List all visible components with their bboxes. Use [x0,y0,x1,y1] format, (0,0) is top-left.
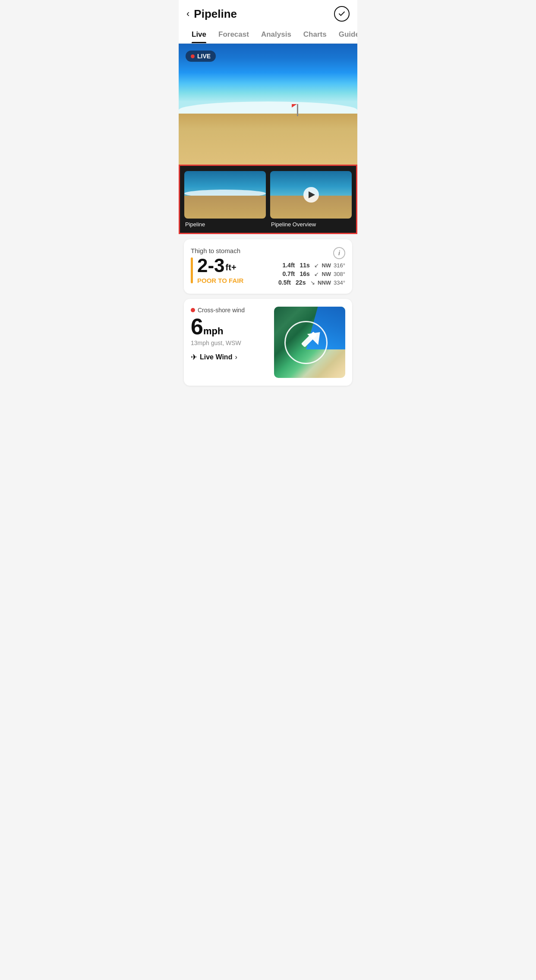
thumbnail-strip: Pipeline Pipeline Overview [179,165,357,234]
conditions-size-row: 2-3 ft+ POOR TO FAIR [191,256,243,284]
conditions-card: Thigh to stomach 2-3 ft+ POOR TO FAIR i … [184,239,352,294]
map-background [274,307,345,378]
swell-deg-2: 308° [334,271,345,277]
conditions-rating: POOR TO FAIR [197,277,243,284]
thumbnail-list: Pipeline Pipeline Overview [184,171,352,228]
wave-size: 2-3 [197,256,225,275]
swell-deg-1: 316° [334,262,345,269]
tab-live[interactable]: Live [186,26,212,43]
tab-forecast[interactable]: Forecast [212,26,255,43]
page-title: Pipeline [194,7,334,21]
thumb-sand [184,196,266,219]
swell-dir-3: NNW [318,279,331,286]
swell-row-1: 1.4ft 11s ↙ NW 316° [282,262,345,269]
swell-dir-2: NW [322,271,331,277]
swell-arrow-1: ↙ [314,262,319,269]
back-button[interactable]: ‹ [186,8,189,19]
header: ‹ Pipeline [179,0,357,26]
wind-status-dot [191,308,195,312]
thumb-label-overview: Pipeline Overview [270,221,352,228]
thumb-img-overview [270,171,352,219]
thumbnail-pipeline[interactable]: Pipeline [184,171,266,228]
check-button[interactable] [334,6,350,22]
wave-size-unit: ft+ [226,263,236,273]
rating-bar [191,257,193,283]
swell-period-3: 22s [296,279,308,286]
wind-map[interactable] [274,307,345,378]
wind-speed-row: 6 mph [191,315,269,338]
tab-guide[interactable]: Guide [333,26,357,43]
conditions-top: Thigh to stomach 2-3 ft+ POOR TO FAIR i … [191,247,345,286]
swell-height-3: 0.5ft [278,279,293,286]
live-badge: LIVE [186,51,216,62]
swell-period-1: 11s [300,262,312,269]
swell-dir-1: NW [322,262,331,269]
swell-period-2: 16s [300,270,312,277]
wind-status-row: Cross-shore wind [191,307,269,314]
play-button-icon[interactable] [303,187,319,203]
check-icon [338,10,346,18]
live-video-area[interactable]: LIVE [179,44,357,165]
tab-charts[interactable]: Charts [297,26,333,43]
live-wind-text: Live Wind [200,353,232,361]
thumb-label-pipeline: Pipeline [184,221,266,228]
wind-speed-value: 6 [191,315,203,338]
wind-gust-label: 13mph gust, WSW [191,339,269,346]
wind-icon: ✈ [191,352,197,362]
live-wind-link[interactable]: ✈ Live Wind › [191,352,269,362]
wind-status-label: Cross-shore wind [198,307,245,314]
conditions-left: Thigh to stomach 2-3 ft+ POOR TO FAIR [191,247,243,284]
thumb-img-pipeline [184,171,266,219]
beach-scene [179,44,357,165]
conditions-description: Thigh to stomach [191,247,243,254]
beach-flag [297,104,298,116]
swell-row-3: 0.5ft 22s ↘ NNW 334° [278,279,345,286]
wind-speed-unit: mph [203,326,223,337]
thumbnail-pipeline-overview[interactable]: Pipeline Overview [270,171,352,228]
live-indicator-dot [191,54,195,58]
info-button[interactable]: i [333,247,345,259]
swell-height-1: 1.4ft [282,262,297,269]
live-badge-label: LIVE [197,53,211,60]
swell-deg-3: 334° [334,279,345,286]
swell-row-2: 0.7ft 16s ↙ NW 308° [282,270,345,277]
info-icon-label: i [338,250,340,257]
wind-left: Cross-shore wind 6 mph 13mph gust, WSW ✈… [191,307,269,378]
swell-arrow-3: ↘ [310,279,315,286]
swell-arrow-2: ↙ [314,271,319,277]
tab-bar: Live Forecast Analysis Charts Guide [179,26,357,44]
tab-analysis[interactable]: Analysis [255,26,297,43]
live-wind-arrow-icon: › [235,353,237,361]
swell-table: 1.4ft 11s ↙ NW 316° 0.7ft 16s ↙ NW 308° … [278,262,345,286]
sand-layer [179,114,357,165]
wind-card: Cross-shore wind 6 mph 13mph gust, WSW ✈… [184,299,352,386]
swell-height-2: 0.7ft [282,270,297,277]
